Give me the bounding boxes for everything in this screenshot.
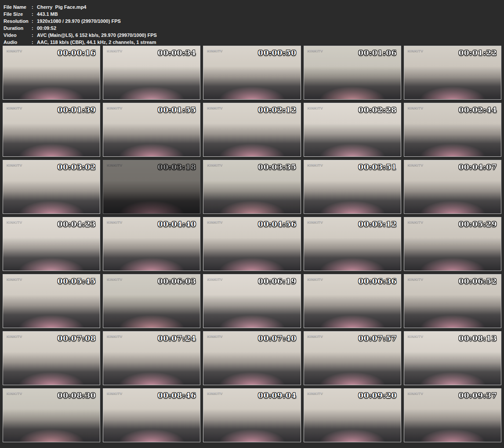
video-thumbnail[interactable]: KINKITV 00:09:37 xyxy=(404,388,501,442)
thumbnail-timestamp: 00:07:57 xyxy=(358,334,397,343)
thumbnail-timestamp: 00:00:50 xyxy=(258,48,297,57)
watermark-text: KINKITV xyxy=(107,391,123,395)
video-thumbnail[interactable]: KINKITV 00:01:06 xyxy=(304,46,401,100)
video-thumbnail[interactable]: KINKITV 00:07:57 xyxy=(304,331,401,385)
video-thumbnail[interactable]: KINKITV 00:03:51 xyxy=(304,160,401,214)
thumbnail-timestamp: 00:04:07 xyxy=(458,163,497,171)
metadata-row: Video : AVC (Main@L5), 6 152 kb/s, 29.97… xyxy=(4,32,504,39)
thumbnail-timestamp: 00:05:12 xyxy=(358,220,397,228)
thumbnail-timestamp: 00:04:40 xyxy=(158,220,196,228)
watermark-text: KINKITV xyxy=(107,334,123,338)
metadata-colon: : xyxy=(32,18,37,25)
video-thumbnail[interactable]: KINKITV 00:08:13 xyxy=(404,331,501,385)
watermark-text: KINKITV xyxy=(7,334,22,338)
thumbnail-timestamp: 00:01:39 xyxy=(58,105,96,114)
metadata-value: 00:09:52 xyxy=(37,25,504,32)
video-thumbnail[interactable]: KINKITV 00:06:03 xyxy=(103,274,200,328)
watermark-text: KINKITV xyxy=(7,163,22,167)
watermark-text: KINKITV xyxy=(207,106,223,110)
thumbnail-timestamp: 00:09:04 xyxy=(258,391,297,400)
metadata-value: Cherry Pig Face.mp4 xyxy=(37,4,504,11)
video-thumbnail[interactable]: KINKITV 00:02:28 xyxy=(304,103,401,157)
video-thumbnail[interactable]: KINKITV 00:02:44 xyxy=(404,103,501,157)
metadata-label: File Size xyxy=(4,11,32,18)
thumbnail-timestamp: 00:00:34 xyxy=(158,48,196,57)
metadata-row: Audio : AAC, 118 kb/s (CBR), 44.1 kHz, 2… xyxy=(4,39,504,46)
thumbnail-timestamp: 00:08:13 xyxy=(458,334,497,343)
video-thumbnail[interactable]: KINKITV 00:01:39 xyxy=(3,103,100,157)
video-thumbnail[interactable]: KINKITV 00:06:19 xyxy=(203,274,301,328)
video-thumbnail[interactable]: KINKITV 00:06:52 xyxy=(404,274,501,328)
watermark-text: KINKITV xyxy=(207,49,223,53)
thumbnail-timestamp: 00:00:16 xyxy=(58,48,96,57)
watermark-text: KINKITV xyxy=(7,391,22,395)
watermark-text: KINKITV xyxy=(107,49,123,53)
thumbnail-timestamp: 00:03:35 xyxy=(258,163,297,171)
watermark-text: KINKITV xyxy=(408,334,424,338)
video-thumbnail[interactable]: KINKITV 00:05:12 xyxy=(304,217,401,271)
video-thumbnail[interactable]: KINKITV 00:07:40 xyxy=(203,331,301,385)
metadata-colon: : xyxy=(32,32,37,39)
video-thumbnail[interactable]: KINKITV 00:08:30 xyxy=(3,388,100,442)
watermark-text: KINKITV xyxy=(408,391,424,395)
video-thumbnail[interactable]: KINKITV 00:00:34 xyxy=(103,46,200,100)
watermark-text: KINKITV xyxy=(308,49,323,53)
thumbnail-timestamp: 00:06:52 xyxy=(458,277,497,285)
thumbnail-timestamp: 00:05:45 xyxy=(58,277,96,285)
video-thumbnail[interactable]: KINKITV 00:03:02 xyxy=(3,160,100,214)
video-thumbnail[interactable]: KINKITV 00:04:56 xyxy=(203,217,301,271)
video-thumbnail[interactable]: KINKITV 00:05:29 xyxy=(404,217,501,271)
watermark-text: KINKITV xyxy=(408,106,424,110)
video-thumbnail[interactable]: KINKITV 00:01:22 xyxy=(404,46,501,100)
video-thumbnail[interactable]: KINKITV 00:08:46 xyxy=(103,388,200,442)
metadata-label: Audio xyxy=(4,39,32,46)
metadata-value: AVC (Main@L5), 6 152 kb/s, 29.970 (29970… xyxy=(37,32,504,39)
thumbnail-timestamp: 00:08:46 xyxy=(158,391,196,400)
video-thumbnail[interactable]: KINKITV 00:09:04 xyxy=(203,388,301,442)
thumbnail-timestamp: 00:09:20 xyxy=(358,391,397,400)
video-thumbnail[interactable]: KINKITV 00:07:08 xyxy=(3,331,100,385)
watermark-text: KINKITV xyxy=(207,391,223,395)
thumbnail-timestamp: 00:03:18 xyxy=(158,163,196,171)
video-thumbnail[interactable]: KINKITV 00:01:55 xyxy=(103,103,200,157)
watermark-text: KINKITV xyxy=(107,163,123,167)
metadata-colon: : xyxy=(32,39,37,46)
video-thumbnail[interactable]: KINKITV 00:02:12 xyxy=(203,103,301,157)
watermark-text: KINKITV xyxy=(207,220,223,224)
metadata-label: Resolution xyxy=(4,18,32,25)
video-thumbnail[interactable]: KINKITV 00:00:50 xyxy=(203,46,301,100)
watermark-text: KINKITV xyxy=(7,220,22,224)
thumbnail-timestamp: 00:02:12 xyxy=(258,105,297,114)
thumbnail-timestamp: 00:06:03 xyxy=(158,277,196,285)
video-thumbnail[interactable]: KINKITV 00:03:18 xyxy=(103,160,200,214)
thumbnail-timestamp: 00:08:30 xyxy=(58,391,96,400)
video-thumbnail[interactable]: KINKITV 00:05:45 xyxy=(3,274,100,328)
video-thumbnail[interactable]: KINKITV 00:00:16 xyxy=(3,46,100,100)
video-thumbnail[interactable]: KINKITV 00:06:36 xyxy=(304,274,401,328)
watermark-text: KINKITV xyxy=(107,277,123,281)
video-thumbnail[interactable]: KINKITV 00:07:24 xyxy=(103,331,200,385)
watermark-text: KINKITV xyxy=(308,163,323,167)
watermark-text: KINKITV xyxy=(7,49,22,53)
video-thumbnail[interactable]: KINKITV 00:04:40 xyxy=(103,217,200,271)
thumbnail-timestamp: 00:07:08 xyxy=(58,334,96,343)
video-thumbnail[interactable]: KINKITV 00:09:20 xyxy=(304,388,401,442)
thumbnail-timestamp: 00:07:40 xyxy=(258,334,297,343)
thumbnail-timestamp: 00:06:36 xyxy=(358,277,397,285)
video-thumbnail[interactable]: KINKITV 00:03:35 xyxy=(203,160,301,214)
thumbnail-timestamp: 00:04:56 xyxy=(258,220,297,228)
watermark-text: KINKITV xyxy=(308,334,323,338)
metadata-label: Duration xyxy=(4,25,32,32)
video-thumbnail[interactable]: KINKITV 00:04:07 xyxy=(404,160,501,214)
thumbnail-timestamp: 00:02:44 xyxy=(458,105,497,114)
video-thumbnail[interactable]: KINKITV 00:04:23 xyxy=(3,217,100,271)
watermark-text: KINKITV xyxy=(308,220,323,224)
watermark-text: KINKITV xyxy=(408,163,424,167)
thumbnail-grid: KINKITV 00:00:16 KINKITV 00:00:34 KINKIT… xyxy=(0,46,504,442)
metadata-row: Resolution : 1920x1080 / 29.970 (29970/1… xyxy=(4,18,504,25)
thumbnail-timestamp: 00:04:23 xyxy=(58,220,96,228)
watermark-text: KINKITV xyxy=(107,106,123,110)
watermark-text: KINKITV xyxy=(308,391,323,395)
metadata-colon: : xyxy=(32,25,37,32)
metadata-row: File Name : Cherry Pig Face.mp4 xyxy=(4,4,504,11)
